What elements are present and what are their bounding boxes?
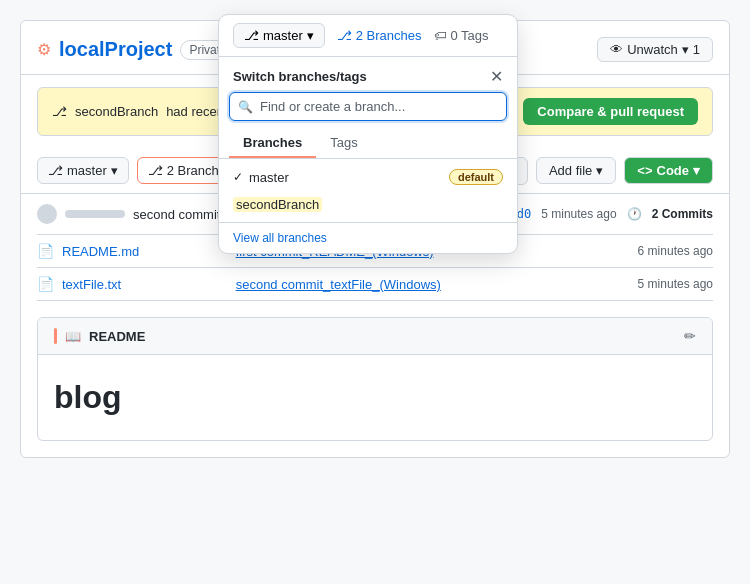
chevron-down-icon-code: ▾ xyxy=(693,163,700,178)
master-branch-label: master xyxy=(249,170,289,185)
file-icon: 📄 xyxy=(37,276,54,292)
tag-icon-dd: 🏷 xyxy=(434,28,447,43)
branch-item-master: ✓ master xyxy=(233,170,289,185)
readme-title: README xyxy=(89,329,145,344)
list-item[interactable]: secondBranch xyxy=(219,191,517,218)
chevron-down-icon: ▾ xyxy=(111,163,118,178)
dd-tags-label: 0 Tags xyxy=(451,28,489,43)
avatar xyxy=(37,204,57,224)
unwatch-count: 1 xyxy=(693,42,700,57)
branch-list: ✓ master default secondBranch xyxy=(219,159,517,222)
chevron-down-icon-dd: ▾ xyxy=(307,28,314,43)
readme-section: 📖 README ✏ blog xyxy=(37,317,713,441)
commits-link[interactable]: 2 Commits xyxy=(652,207,713,221)
dd-master-label: master xyxy=(263,28,303,43)
readme-header: 📖 README ✏ xyxy=(38,318,712,355)
chevron-down-icon: ▾ xyxy=(682,42,689,57)
file-time: 5 minutes ago xyxy=(633,277,713,291)
file-left: 📄 README.md xyxy=(37,243,236,259)
branch-count-icon: ⎇ xyxy=(148,163,163,178)
eye-icon: 👁 xyxy=(610,42,623,57)
add-file-label: Add file xyxy=(549,163,592,178)
dd-branches-label: 2 Branches xyxy=(356,28,422,43)
branch-icon-banner: ⎇ xyxy=(52,104,67,119)
code-label: Code xyxy=(657,163,690,178)
second-branch-label: secondBranch xyxy=(233,197,322,212)
code-icon: <> xyxy=(637,163,652,178)
commit-user-placeholder xyxy=(65,210,125,218)
push-branch-name: secondBranch xyxy=(75,104,158,119)
branch-label: master xyxy=(67,163,107,178)
repo-icon: ⚙ xyxy=(37,40,51,59)
commit-time: 5 minutes ago xyxy=(541,207,616,221)
edit-icon[interactable]: ✏ xyxy=(684,328,696,344)
branch-item-secondbranch: secondBranch xyxy=(233,197,322,212)
search-icon: 🔍 xyxy=(238,100,253,114)
dropdown-tabs: Branches Tags xyxy=(219,129,517,159)
repo-name-area: ⚙ localProject Private xyxy=(37,38,236,61)
dropdown-master-button[interactable]: ⎇ master ▾ xyxy=(233,23,325,48)
table-row: 📄 textFile.txt second commit_textFile_(W… xyxy=(37,268,713,301)
file-icon: 📄 xyxy=(37,243,54,259)
dropdown-close-button[interactable]: ✕ xyxy=(490,67,503,86)
book-icon: 📖 xyxy=(65,329,81,344)
default-badge: default xyxy=(449,169,503,185)
branch-icon-count: ⎇ xyxy=(337,28,352,43)
code-button[interactable]: <> Code ▾ xyxy=(624,157,713,184)
list-item[interactable]: ✓ master default xyxy=(219,163,517,191)
file-left: 📄 textFile.txt xyxy=(37,276,236,292)
clock-icon: 🕐 xyxy=(627,207,642,221)
dropdown-header: Switch branches/tags ✕ xyxy=(219,57,517,92)
branch-icon-dd: ⎇ xyxy=(244,28,259,43)
search-inner: 🔍 xyxy=(229,92,507,121)
compare-pull-request-button[interactable]: Compare & pull request xyxy=(523,98,698,125)
tab-tags[interactable]: Tags xyxy=(316,129,371,158)
page-container: ⚙ localProject Private 👁 Unwatch ▾ 1 ⎇ s… xyxy=(0,0,750,584)
file-time: 6 minutes ago xyxy=(633,244,713,258)
file-name[interactable]: README.md xyxy=(62,244,139,259)
file-name[interactable]: textFile.txt xyxy=(62,277,121,292)
branch-selector-button[interactable]: ⎇ master ▾ xyxy=(37,157,129,184)
repo-name[interactable]: localProject xyxy=(59,38,172,61)
readme-heading: blog xyxy=(54,379,696,416)
commits-count-label: 2 Commits xyxy=(652,207,713,221)
search-wrap: 🔍 xyxy=(219,92,517,129)
readme-title-row: 📖 README xyxy=(54,328,145,344)
readme-title-bar xyxy=(54,328,57,344)
dd-tags-count[interactable]: 🏷 0 Tags xyxy=(434,28,489,43)
file-commit-link[interactable]: second commit_textFile_(Windows) xyxy=(236,277,633,292)
branch-icon: ⎇ xyxy=(48,163,63,178)
add-file-button[interactable]: Add file ▾ xyxy=(536,157,616,184)
chevron-down-icon-add: ▾ xyxy=(596,163,603,178)
tab-branches[interactable]: Branches xyxy=(229,129,316,158)
branch-dropdown: ⎇ master ▾ ⎇ 2 Branches 🏷 0 Tags Switch … xyxy=(218,14,518,254)
unwatch-button[interactable]: 👁 Unwatch ▾ 1 xyxy=(597,37,713,62)
switch-branches-title: Switch branches/tags xyxy=(233,69,367,84)
check-icon: ✓ xyxy=(233,170,243,184)
dropdown-topbar: ⎇ master ▾ ⎇ 2 Branches 🏷 0 Tags xyxy=(219,15,517,57)
readme-body: blog xyxy=(38,355,712,440)
unwatch-label: Unwatch xyxy=(627,42,678,57)
view-all-branches-link[interactable]: View all branches xyxy=(219,222,517,253)
branch-search-input[interactable] xyxy=(229,92,507,121)
dd-branches-count[interactable]: ⎇ 2 Branches xyxy=(337,28,422,43)
